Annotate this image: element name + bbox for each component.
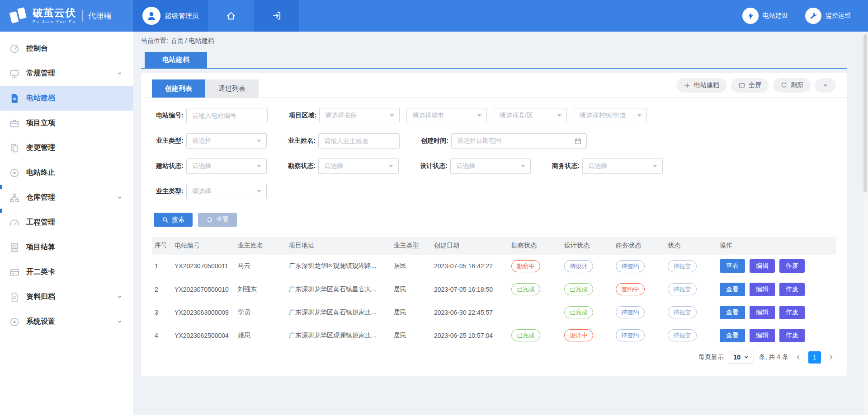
page-size-select[interactable]: 10 <box>729 351 754 364</box>
prev-page-button[interactable] <box>793 351 803 364</box>
edit-button[interactable]: 编辑 <box>750 329 775 342</box>
void-button[interactable]: 作废 <box>779 306 805 319</box>
sidebar-item-console[interactable]: 控制台 <box>0 36 133 61</box>
gauge-icon <box>9 217 20 228</box>
caret-down-icon <box>653 165 657 168</box>
edit-button[interactable]: 编辑 <box>750 306 775 319</box>
sidebar-item-station-archive[interactable]: 电站建档 <box>0 86 133 111</box>
chevron-left-icon <box>795 354 802 361</box>
calculator-icon <box>9 242 20 253</box>
shortcut-monitoring-ops[interactable]: 监控运维 <box>805 0 851 32</box>
status-badge: 已完成 <box>564 283 593 295</box>
logout-button[interactable] <box>254 0 299 32</box>
void-button[interactable]: 作废 <box>779 329 805 342</box>
cell-seq: 3 <box>152 301 172 324</box>
page-tab-station-archive[interactable]: 电站建档 <box>145 52 207 68</box>
fullscreen-icon <box>738 82 745 89</box>
brand-subtitle: Po Jian Yun Fu <box>33 20 76 24</box>
caret-down-icon <box>477 114 481 117</box>
search-button[interactable]: 搜索 <box>154 213 193 227</box>
view-button[interactable]: 查看 <box>720 329 745 342</box>
search-icon <box>162 216 169 223</box>
void-button[interactable]: 作废 <box>779 259 805 273</box>
cell-created-date: 2023-07-05 16:18:50 <box>431 278 509 301</box>
view-button[interactable]: 查看 <box>720 283 745 296</box>
design-status-select[interactable]: 请选择 <box>450 159 531 174</box>
date-range-input[interactable]: 请选择日期范围 <box>451 133 587 149</box>
town-select[interactable]: 请选择村镇/街道 <box>574 108 647 123</box>
edit-button[interactable]: 编辑 <box>750 283 775 296</box>
sidebar-item-label: 常规管理 <box>26 69 116 78</box>
cell-station-code: YX2023062500004 <box>172 324 235 347</box>
caret-down-icon <box>257 190 261 193</box>
cell-survey-status: 已完成 <box>509 324 561 347</box>
tab-passed-list[interactable]: 通过列表 <box>205 79 259 98</box>
sidebar-item-project-settlement[interactable]: 项目结算 <box>0 235 133 260</box>
caret-down-icon <box>521 165 525 168</box>
sidebar-item-system-settings[interactable]: 系统设置 <box>0 309 133 334</box>
business-status-select[interactable]: 请选择 <box>582 159 663 174</box>
view-button[interactable]: 查看 <box>720 306 745 319</box>
sidebar-item-general-management[interactable]: 常规管理 <box>0 61 133 86</box>
county-select[interactable]: 请选择县/区 <box>494 108 567 123</box>
owner-type-select-2-label: 业主类型: <box>154 187 184 196</box>
list-tabstrip: 创建列表 通过列表 电站建档 全屏 <box>141 73 847 98</box>
sidebar-item-class2-card[interactable]: 开二类卡 <box>0 260 133 284</box>
cell-owner-type: 居民 <box>391 301 431 324</box>
build-status-select[interactable]: 请选择 <box>186 159 267 174</box>
cell-business-status: 待签约 <box>613 255 665 278</box>
sidebar-item-warehouse-management[interactable]: 仓库管理 <box>0 185 133 210</box>
scrollbar-thumb[interactable] <box>863 34 867 192</box>
caret-down-icon <box>257 165 261 168</box>
select-placeholder: 请选择 <box>192 187 211 196</box>
page-1-button[interactable]: 1 <box>808 351 821 364</box>
home-button[interactable] <box>208 0 254 32</box>
cell-address: 广东深圳龙华区黄石镇姚家庄... <box>286 301 391 324</box>
logo-icon <box>8 7 29 25</box>
sidebar-item-label: 电站终止 <box>26 168 123 177</box>
date-range-input-label: 创建时间: <box>419 137 448 145</box>
cell-design-status: 已完成 <box>561 278 613 301</box>
status-badge: 已完成 <box>511 329 540 341</box>
tab-create-list[interactable]: 创建列表 <box>152 79 205 98</box>
view-button[interactable]: 查看 <box>720 259 745 273</box>
owner-type-select[interactable]: 请选择 <box>186 133 267 149</box>
breadcrumb: 当前位置: 首页 / 电站建档 <box>141 37 847 46</box>
station-code-input[interactable] <box>186 108 268 123</box>
sitemap-icon <box>9 192 20 203</box>
sidebar-item-station-termination[interactable]: 电站终止 <box>0 160 133 185</box>
reset-button[interactable]: 重置 <box>198 213 237 227</box>
cell-owner-type: 居民 <box>391 255 431 278</box>
survey-status-select[interactable]: 请选择 <box>318 159 399 174</box>
add-station-button[interactable]: 电站建档 <box>676 78 726 93</box>
filter-row: 业主类型:请选择业主姓名:创建时间:请选择日期范围 <box>154 133 836 149</box>
province-select[interactable]: 请选择省份 <box>319 108 400 123</box>
list-card: 创建列表 通过列表 电站建档 全屏 <box>141 73 847 376</box>
column-header-6: 创建日期 <box>431 237 509 255</box>
monitor-icon <box>9 68 20 79</box>
sidebar-item-engineering-management[interactable]: 工程管理 <box>0 210 133 235</box>
fullscreen-button[interactable]: 全屏 <box>731 78 769 93</box>
filter-row: 建站状态:请选择勘察状态:请选择设计状态:请选择商务状态:请选择 <box>154 159 836 174</box>
shortcut-station-construction[interactable]: 电站建设 <box>742 0 788 32</box>
edit-button[interactable]: 编辑 <box>750 259 775 273</box>
topbar-spacer <box>299 0 742 32</box>
status-badge: 已完成 <box>511 283 540 295</box>
caret-down-icon <box>557 114 561 117</box>
sidebar-item-project-initiation[interactable]: 项目立项 <box>0 111 133 135</box>
breadcrumb-path[interactable]: 首页 / 电站建档 <box>171 37 214 46</box>
topbar: 破茧云伏 Po Jian Yun Fu 代理端 超级管理员 <box>0 0 868 32</box>
sidebar-item-data-archive[interactable]: 资料归档 <box>0 284 133 309</box>
select-placeholder: 请选择 <box>588 162 607 170</box>
survey-status-select-label: 勘察状态: <box>286 162 316 170</box>
void-button[interactable]: 作废 <box>779 283 805 296</box>
next-page-button[interactable] <box>826 351 836 364</box>
owner-type-select-2[interactable]: 请选择 <box>186 184 267 199</box>
sidebar-item-change-management[interactable]: 变更管理 <box>0 135 133 160</box>
collapse-button[interactable] <box>815 78 836 93</box>
refresh-button[interactable]: 刷新 <box>773 78 811 93</box>
document-icon <box>9 93 20 104</box>
city-select[interactable]: 请选择城市 <box>406 108 487 123</box>
user-menu[interactable]: 超级管理员 <box>133 0 208 32</box>
owner-name-input[interactable] <box>318 133 400 149</box>
